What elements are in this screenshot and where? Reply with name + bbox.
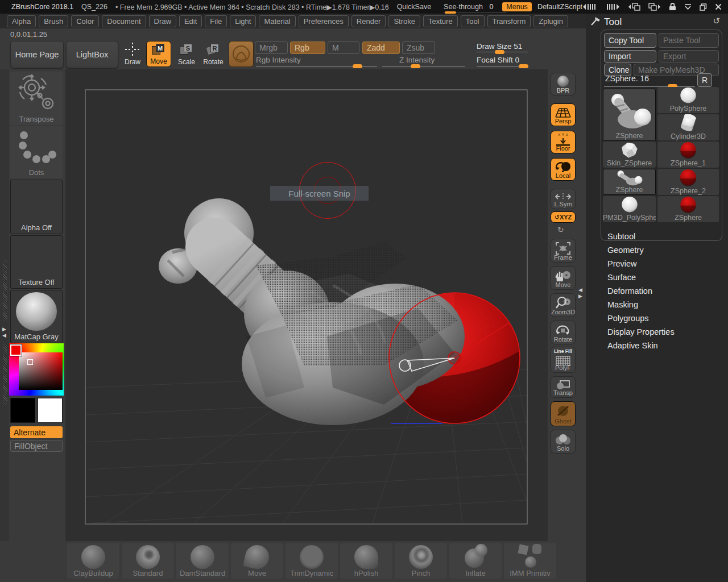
zscript-rewind-icon[interactable] bbox=[582, 3, 597, 10]
persp-button[interactable]: Persp bbox=[551, 103, 576, 126]
menu-document[interactable]: Document bbox=[102, 15, 146, 27]
zscript-play-icon[interactable] bbox=[605, 3, 620, 10]
section-geometry[interactable]: Geometry bbox=[607, 246, 644, 255]
see-through-slider[interactable]: See-through 0 bbox=[444, 3, 493, 11]
main-color-swatch[interactable] bbox=[10, 398, 35, 423]
section-surface[interactable]: Surface bbox=[607, 273, 636, 282]
export-button[interactable]: Export bbox=[659, 50, 719, 63]
menu-stroke[interactable]: Stroke bbox=[388, 15, 420, 27]
brush-move[interactable]: Move bbox=[231, 543, 283, 579]
stroke-dots-tile[interactable]: Dots bbox=[10, 126, 63, 178]
restore-icon[interactable] bbox=[700, 3, 707, 11]
brush-imm-primitive[interactable]: IMM Primitiv bbox=[504, 543, 556, 579]
tool-thumb-zsphere-red[interactable]: ZSphere bbox=[657, 196, 719, 222]
rgb-toggle[interactable]: Rgb bbox=[290, 41, 325, 54]
menu-render[interactable]: Render bbox=[351, 15, 386, 27]
menu-light[interactable]: Light bbox=[230, 15, 256, 27]
tray-drag-strip[interactable] bbox=[3, 260, 7, 322]
z-intensity-track[interactable] bbox=[382, 66, 465, 66]
close-icon[interactable] bbox=[715, 3, 722, 10]
home-page-button[interactable]: Home Page bbox=[10, 41, 64, 68]
m-toggle[interactable]: M bbox=[328, 41, 359, 54]
mrgb-toggle[interactable]: Mrgb bbox=[255, 41, 288, 54]
free-rotate-icon[interactable]: ↻ bbox=[557, 225, 564, 234]
bpr-button[interactable]: BPR bbox=[551, 73, 576, 95]
move-mode-button[interactable]: M Move bbox=[146, 41, 171, 67]
tool-thumb-cylinder3d[interactable]: Cylinder3D bbox=[657, 114, 719, 140]
copy-tool-button[interactable]: Copy Tool bbox=[604, 33, 656, 48]
brush-pinch[interactable]: Pinch bbox=[395, 543, 447, 579]
ghost-button[interactable]: Ghost bbox=[551, 401, 576, 426]
panel-history-icon[interactable]: ↺ bbox=[713, 16, 720, 26]
menu-color[interactable]: Color bbox=[71, 15, 99, 27]
menu-texture[interactable]: Texture bbox=[423, 15, 458, 27]
secondary-color-swatch[interactable] bbox=[38, 398, 63, 423]
transpose-tile[interactable]: Transpose bbox=[10, 72, 63, 125]
texture-tile[interactable]: Texture Off bbox=[10, 235, 63, 289]
material-tile[interactable]: MatCap Gray bbox=[10, 290, 63, 343]
tray-splitter-arrows[interactable]: ▶◀ bbox=[2, 326, 6, 339]
tray-drag-strip[interactable] bbox=[3, 342, 7, 405]
import-button[interactable]: Import bbox=[604, 50, 656, 63]
current-material-button[interactable] bbox=[229, 41, 254, 67]
zsub-toggle[interactable]: Zsub bbox=[402, 41, 435, 54]
frame-button[interactable]: Frame bbox=[551, 239, 576, 263]
tool-thumb-polysphere[interactable]: PolySphere bbox=[657, 87, 719, 113]
menu-tool[interactable]: Tool bbox=[461, 15, 485, 27]
brush-inflate[interactable]: Inflate bbox=[449, 543, 502, 579]
polyframe-button[interactable]: Line Fill PolyF bbox=[551, 347, 576, 373]
section-display-properties[interactable]: Display Properties bbox=[607, 327, 675, 336]
menu-draw[interactable]: Draw bbox=[149, 15, 176, 27]
sv-picker-cursor[interactable] bbox=[27, 359, 33, 365]
panes-back-icon[interactable] bbox=[628, 3, 640, 11]
menus-button[interactable]: Menus bbox=[502, 2, 532, 11]
draw-size-handle[interactable] bbox=[495, 50, 504, 54]
alpha-tile[interactable]: Alpha Off bbox=[10, 180, 63, 234]
tool-thumb-zsphere-2[interactable]: ZSphere_2 bbox=[657, 169, 719, 195]
solo-button[interactable]: Solo bbox=[551, 430, 576, 454]
lightbox-button[interactable]: LightBox bbox=[66, 41, 118, 68]
tool-thumb-zsphere-small[interactable]: ZSphere bbox=[603, 169, 656, 195]
section-masking[interactable]: Masking bbox=[607, 300, 638, 309]
section-deformation[interactable]: Deformation bbox=[607, 286, 652, 296]
brush-damstandard[interactable]: DamStandard bbox=[176, 543, 229, 579]
lock-icon[interactable] bbox=[669, 3, 676, 11]
local-button[interactable]: Local bbox=[551, 158, 576, 181]
panes-front-icon[interactable] bbox=[648, 3, 661, 11]
brush-claybuildup[interactable]: ClayBuildup bbox=[67, 543, 119, 579]
xyz-button[interactable]: ↺ XYZ bbox=[551, 211, 576, 223]
tool-thumb-zsphere-large[interactable]: ZSphere bbox=[603, 89, 656, 141]
menu-brush[interactable]: Brush bbox=[39, 15, 68, 27]
r-button[interactable]: R bbox=[697, 73, 712, 87]
menu-transform[interactable]: Transform bbox=[487, 15, 531, 27]
brush-trimdynamic[interactable]: TrimDynamic bbox=[286, 543, 338, 579]
menu-zplugin[interactable]: Zplugin bbox=[533, 15, 568, 27]
menu-alpha[interactable]: Alpha bbox=[7, 15, 36, 27]
saturation-value-square[interactable] bbox=[19, 352, 63, 390]
zoom3d-button[interactable]: Zoom3D bbox=[551, 293, 576, 317]
scale-mode-button[interactable]: S Scale bbox=[174, 41, 199, 67]
document-canvas[interactable]: Full-screen Snip bbox=[65, 69, 548, 541]
menu-preferences[interactable]: Preferences bbox=[299, 15, 349, 27]
floor-button[interactable]: x Y z Floor bbox=[551, 131, 576, 153]
draw-mode-button[interactable]: Draw bbox=[121, 41, 144, 67]
menu-material[interactable]: Material bbox=[259, 15, 295, 27]
tool-thumb-skin-zsphere[interactable]: Skin_ZSphere bbox=[603, 142, 656, 168]
menu-edit[interactable]: Edit bbox=[179, 15, 202, 27]
zadd-toggle[interactable]: Zadd bbox=[362, 41, 400, 54]
section-preview[interactable]: Preview bbox=[607, 259, 637, 268]
floor-axes-label[interactable]: x Y z bbox=[558, 132, 568, 137]
panel-splitter-arrows[interactable]: ◀▶ bbox=[578, 287, 582, 300]
paste-tool-button[interactable]: Paste Tool bbox=[659, 33, 719, 48]
rgb-intensity-handle[interactable] bbox=[353, 64, 362, 68]
focal-shift-handle[interactable] bbox=[519, 64, 528, 68]
alternate-button[interactable]: Alternate bbox=[10, 426, 63, 438]
transp-button[interactable]: Transp bbox=[551, 376, 576, 398]
lsym-button[interactable]: L.Sym bbox=[551, 189, 576, 209]
rotate-view-button[interactable]: Rotate bbox=[551, 321, 576, 344]
menu-file[interactable]: File bbox=[205, 15, 227, 27]
brush-hpolish[interactable]: hPolish bbox=[340, 543, 392, 579]
minimize-icon[interactable] bbox=[684, 3, 692, 10]
z-intensity-handle[interactable] bbox=[411, 64, 420, 68]
quicksave-button[interactable]: QuickSave bbox=[397, 3, 431, 11]
